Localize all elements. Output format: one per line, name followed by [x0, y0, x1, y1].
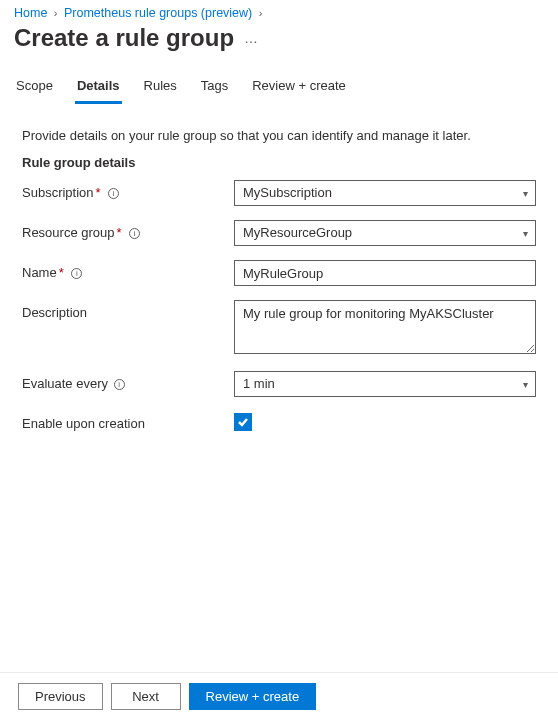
breadcrumb-parent[interactable]: Prometheus rule groups (preview) — [64, 6, 252, 20]
tab-rules[interactable]: Rules — [142, 72, 179, 104]
resource-group-label: Resource group* i — [22, 220, 234, 240]
evaluate-every-label: Evaluate every i — [22, 371, 234, 391]
section-title: Rule group details — [22, 155, 536, 170]
more-icon[interactable]: … — [244, 30, 259, 46]
tab-tags[interactable]: Tags — [199, 72, 230, 104]
tab-details[interactable]: Details — [75, 72, 122, 104]
form-content: Provide details on your rule group so th… — [0, 104, 558, 431]
description-textarea[interactable] — [234, 300, 536, 354]
info-icon[interactable]: i — [114, 379, 125, 390]
name-input[interactable] — [234, 260, 536, 286]
checkmark-icon — [237, 416, 249, 428]
next-button[interactable]: Next — [111, 683, 181, 710]
page-title: Create a rule group — [14, 24, 234, 52]
enable-upon-creation-checkbox[interactable] — [234, 413, 252, 431]
info-icon[interactable]: i — [108, 188, 119, 199]
tab-review-create[interactable]: Review + create — [250, 72, 348, 104]
breadcrumb: Home › Prometheus rule groups (preview) … — [0, 0, 558, 20]
info-icon[interactable]: i — [129, 228, 140, 239]
info-icon[interactable]: i — [71, 268, 82, 279]
chevron-right-icon: › — [54, 7, 58, 19]
evaluate-every-select[interactable]: 1 min — [234, 371, 536, 397]
subscription-select[interactable]: MySubscription — [234, 180, 536, 206]
page-header: Create a rule group … — [0, 20, 558, 60]
name-label: Name* i — [22, 260, 234, 280]
tab-scope[interactable]: Scope — [14, 72, 55, 104]
subscription-label: Subscription* i — [22, 180, 234, 200]
tab-list: Scope Details Rules Tags Review + create — [0, 60, 558, 104]
description-label: Description — [22, 300, 234, 320]
chevron-right-icon: › — [259, 7, 263, 19]
wizard-footer: Previous Next Review + create — [0, 672, 558, 720]
resource-group-select[interactable]: MyResourceGroup — [234, 220, 536, 246]
previous-button[interactable]: Previous — [18, 683, 103, 710]
breadcrumb-home[interactable]: Home — [14, 6, 47, 20]
review-create-button[interactable]: Review + create — [189, 683, 317, 710]
intro-text: Provide details on your rule group so th… — [22, 128, 536, 143]
enable-upon-creation-label: Enable upon creation — [22, 411, 234, 431]
